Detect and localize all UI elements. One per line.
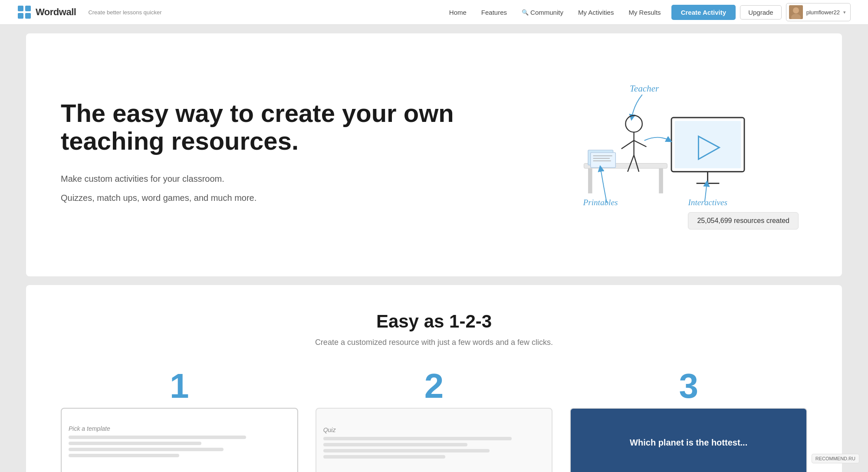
nav-community[interactable]: 🔍 Community <box>516 6 569 19</box>
hero-image-area: Teacher <box>494 76 807 234</box>
step-1-number: 1 <box>170 369 189 403</box>
search-icon: 🔍 <box>522 9 529 16</box>
svg-rect-23 <box>674 121 741 168</box>
resources-badge: 25,054,699 resources created <box>688 212 799 229</box>
step-1: 1 Pick a template <box>61 369 298 472</box>
svg-rect-1 <box>25 6 31 11</box>
brand-logo[interactable]: Wordwall <box>17 5 76 19</box>
svg-text:Interactives: Interactives <box>687 197 727 206</box>
brand-tagline: Create better lessons quicker <box>85 9 161 16</box>
user-name: plumflower22 <box>806 9 840 16</box>
svg-text:Printables: Printables <box>582 197 618 206</box>
svg-line-19 <box>634 140 646 146</box>
svg-text:Teacher: Teacher <box>630 83 659 94</box>
nav-home[interactable]: Home <box>443 6 473 19</box>
recommend-badge: RECOMMEND.RU <box>812 454 859 463</box>
step-3: 3 Which planet is the hottest... <box>570 369 807 472</box>
easy-section-title: Easy as 1-2-3 <box>61 311 807 332</box>
upgrade-button[interactable]: Upgrade <box>740 5 782 20</box>
step-3-question: Which planet is the hottest... <box>578 438 799 448</box>
avatar-image <box>789 5 803 19</box>
step-1-line-1 <box>69 436 246 439</box>
step-1-line-2 <box>69 442 201 445</box>
svg-rect-0 <box>18 6 23 11</box>
svg-rect-2 <box>18 13 23 19</box>
svg-point-5 <box>793 7 799 13</box>
step-3-number: 3 <box>679 369 698 403</box>
navbar: Wordwall Create better lessons quicker H… <box>0 0 868 25</box>
brand-name: Wordwall <box>36 7 76 18</box>
svg-rect-9 <box>588 168 592 193</box>
step-2-line-1 <box>323 437 512 440</box>
step-1-label: Pick a template <box>69 425 290 432</box>
hero-title: The easy way to create your own teaching… <box>61 99 471 155</box>
nav-my-activities[interactable]: My Activities <box>572 6 620 19</box>
step-2-card-inner: Quiz <box>316 420 552 465</box>
step-3-card: Which planet is the hottest... <box>570 408 807 472</box>
easy-section-subtitle: Create a customized resource with just a… <box>61 338 807 347</box>
hero-subtitle-2: Quizzes, match ups, word games, and much… <box>61 191 471 204</box>
step-2-line-3 <box>323 449 490 452</box>
step-1-card: Pick a template <box>61 408 298 472</box>
main-content: The easy way to create your own teaching… <box>0 25 868 472</box>
step-1-line-3 <box>69 448 224 451</box>
nav-features[interactable]: Features <box>475 6 513 19</box>
svg-rect-12 <box>591 152 616 167</box>
step-2-line-2 <box>323 443 467 446</box>
create-activity-button[interactable]: Create Activity <box>671 5 736 20</box>
step-2-line-4 <box>323 455 445 459</box>
chevron-down-icon: ▾ <box>843 10 846 15</box>
nav-my-results[interactable]: My Results <box>622 6 667 19</box>
step-1-line-4 <box>69 454 179 457</box>
svg-line-18 <box>621 140 634 148</box>
avatar <box>789 5 803 19</box>
nav-links: Home Features 🔍 Community My Activities … <box>443 6 667 19</box>
step-2-label: Quiz <box>323 426 545 433</box>
wordwall-logo-icon <box>17 5 31 19</box>
svg-rect-10 <box>659 168 663 193</box>
steps-row: 1 Pick a template 2 Quiz <box>61 369 807 472</box>
hero-illustration: Teacher <box>546 76 755 234</box>
svg-rect-3 <box>25 13 31 19</box>
hero-subtitle-1: Make custom activities for your classroo… <box>61 172 471 185</box>
step-1-card-inner: Pick a template <box>62 418 297 467</box>
hero-text: The easy way to create your own teaching… <box>61 99 471 210</box>
step-2: 2 Quiz <box>316 369 553 472</box>
step-3-card-inner: Which planet is the hottest... <box>571 431 806 455</box>
step-2-number: 2 <box>424 369 444 403</box>
easy-section: Easy as 1-2-3 Create a customized resour… <box>26 285 842 472</box>
hero-section: The easy way to create your own teaching… <box>26 33 842 276</box>
step-2-card: Quiz <box>316 408 553 472</box>
svg-point-16 <box>625 115 642 132</box>
user-menu[interactable]: plumflower22 ▾ <box>786 3 851 21</box>
